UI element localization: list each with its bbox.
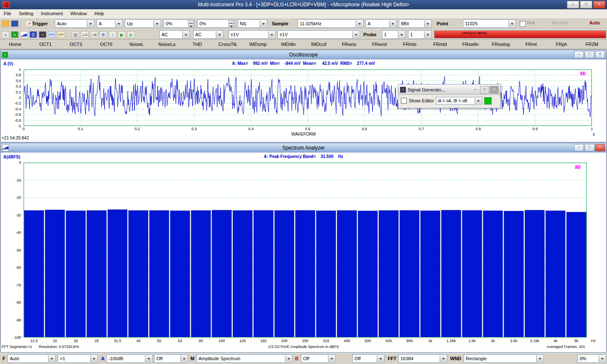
spin-down-icon[interactable] [228, 24, 234, 27]
stop-icon[interactable]: ● [2, 31, 9, 38]
frequency-axis-combo[interactable]: Auto [8, 354, 56, 363]
signal-generator-close-button[interactable]: × [490, 86, 499, 94]
print-icon[interactable]: ▤ [72, 31, 79, 38]
chevron-down-icon[interactable] [180, 355, 187, 362]
menu-setting[interactable]: Setting [15, 10, 37, 17]
tab-frmt[interactable]: FRmt [516, 40, 546, 49]
tab-crosstlk[interactable]: CrossTlk [212, 40, 243, 49]
trigger-level-spinner[interactable]: 0% [164, 19, 195, 28]
a-range-combo[interactable]: -100dB [106, 354, 153, 363]
menu-help[interactable]: Help [91, 10, 108, 17]
fft-size-combo[interactable]: 16384 [398, 354, 447, 363]
oscilloscope-maximize-button[interactable]: □ [585, 51, 594, 58]
signal-generator-icon[interactable]: ≈ [39, 31, 46, 38]
a-extra-combo[interactable]: Off [154, 354, 188, 363]
generator-run-button[interactable] [484, 97, 492, 104]
show-editor-checkbox[interactable] [401, 98, 407, 104]
ddp-icon[interactable]: DDP [57, 31, 65, 38]
range-a-combo[interactable]: ±1V [228, 30, 276, 39]
spectrum-minimize-button[interactable]: – [574, 144, 584, 151]
tab-noisel[interactable]: NoiseL [121, 40, 152, 49]
tab-frswlin[interactable]: FRswlin [455, 40, 486, 49]
b-range-combo[interactable]: Off [301, 354, 336, 363]
tab-frmls[interactable]: FRmls [395, 40, 425, 49]
chevron-down-icon[interactable] [377, 355, 384, 362]
chevron-down-icon[interactable] [424, 20, 431, 27]
chevron-down-icon[interactable] [508, 20, 515, 27]
spin-down-icon[interactable] [188, 24, 194, 27]
menu-file[interactable]: File [0, 10, 15, 17]
chevron-down-icon[interactable] [153, 20, 160, 27]
tab-frwnd[interactable]: FRwnd [364, 40, 395, 49]
chevron-down-icon[interactable] [352, 31, 359, 38]
calibration-b-icon[interactable]: ⊥B [90, 31, 98, 38]
auto-scale-button[interactable]: Auto [589, 20, 600, 25]
multimeter-icon[interactable]: Ω [30, 31, 37, 38]
sampling-channel-combo[interactable]: A [365, 19, 397, 28]
tab-frph[interactable]: FRph [546, 40, 577, 49]
tab-thd[interactable]: THD [182, 40, 212, 49]
trigger-reject-combo[interactable]: NIL [238, 19, 267, 28]
multiplier-combo[interactable]: ×1 [58, 354, 98, 363]
chevron-down-icon[interactable] [260, 20, 266, 27]
chevron-down-icon[interactable] [440, 355, 446, 362]
spectrum-maximize-button[interactable]: □ [585, 144, 594, 151]
coupling-a-combo[interactable]: AC [159, 30, 190, 39]
chevron-down-icon[interactable] [599, 355, 605, 362]
tab-home[interactable]: Home [0, 40, 30, 49]
chevron-down-icon[interactable] [145, 355, 152, 362]
app-close-button[interactable]: × [593, 1, 605, 8]
chevron-down-icon[interactable] [182, 31, 189, 38]
signal-generator-titlebar[interactable]: ≈ Signal Generato... – □ × [398, 85, 500, 95]
trigger-source-combo[interactable]: A [97, 19, 123, 28]
oscilloscope-icon[interactable]: ≈ [11, 31, 19, 38]
oscilloscope-minimize-button[interactable]: – [574, 51, 584, 58]
app-maximize-button[interactable]: □ [580, 1, 592, 8]
roll-checkbox[interactable] [520, 21, 526, 27]
trigger-mode-combo[interactable]: Auto [55, 19, 94, 28]
tab-noisela[interactable]: NoiseLa [152, 40, 182, 49]
spin-up-icon[interactable] [188, 20, 194, 24]
tab-oct1[interactable]: OCT1 [30, 40, 61, 49]
record-length-combo[interactable]: 11025 [463, 19, 516, 28]
open-icon[interactable] [2, 20, 9, 27]
tab-imdccif[interactable]: IMDccif [304, 40, 334, 49]
probe-a-combo[interactable]: 1 [382, 30, 406, 39]
coupling-b-combo[interactable]: AC [193, 30, 223, 39]
sampling-rate-combo[interactable]: 11.025kHz [298, 19, 363, 28]
chevron-down-icon[interactable] [268, 31, 275, 38]
save-icon[interactable] [11, 20, 19, 27]
tab-imddin[interactable]: IMDdin [273, 40, 304, 49]
chevron-down-icon[interactable] [90, 355, 97, 362]
tab-frswlog[interactable]: FRswlog [486, 40, 516, 49]
tab-frmld[interactable]: FRmld [425, 40, 455, 49]
oscilloscope-close-button[interactable]: × [595, 51, 605, 58]
app-minimize-button[interactable]: – [567, 1, 579, 8]
spin-up-icon[interactable] [228, 20, 234, 24]
dut-icon[interactable]: DUT [48, 31, 56, 38]
app-titlebar[interactable]: Multi-Instrument Pro 3.4 - [+3DP+DLG+LCR… [0, 0, 607, 9]
signal-generator-minimize-button[interactable]: – [471, 86, 479, 93]
tab-oct6[interactable]: OCT6 [91, 40, 121, 49]
signal-generator-restore-button[interactable]: □ [480, 86, 489, 94]
sampling-bits-combo[interactable]: 8Bit [399, 19, 432, 28]
menu-window[interactable]: Window [67, 10, 91, 17]
chevron-down-icon[interactable] [475, 98, 481, 104]
tab-imdsmp[interactable]: IMDsmp [243, 40, 273, 49]
oscilloscope-titlebar[interactable]: ≈ Oscilloscope – □ × [1, 50, 606, 59]
run-icon[interactable]: ▶ [127, 31, 135, 38]
tab-oct3[interactable]: OCT3 [61, 40, 91, 49]
trigger-edge-combo[interactable]: Up [125, 19, 161, 28]
tab-frwns[interactable]: FRwns [334, 40, 364, 49]
play-icon[interactable]: ▶ [118, 31, 126, 38]
window-function-combo[interactable]: Rectangle [464, 354, 544, 363]
routing-combo[interactable]: iA = oA, iB = oB [436, 97, 482, 104]
spectrum-mode-combo[interactable]: Amplitude Spectrum [196, 354, 293, 363]
chevron-down-icon[interactable] [115, 20, 122, 27]
range-b-combo[interactable]: ±1V [277, 30, 360, 39]
spectrum-analyzer-icon[interactable]: ▂▅▇ [20, 31, 28, 38]
chevron-down-icon[interactable] [328, 355, 335, 362]
chevron-down-icon[interactable] [398, 31, 405, 38]
sound-icon[interactable]: ♪ [109, 31, 116, 38]
b-extra-combo[interactable]: Off [352, 354, 384, 363]
